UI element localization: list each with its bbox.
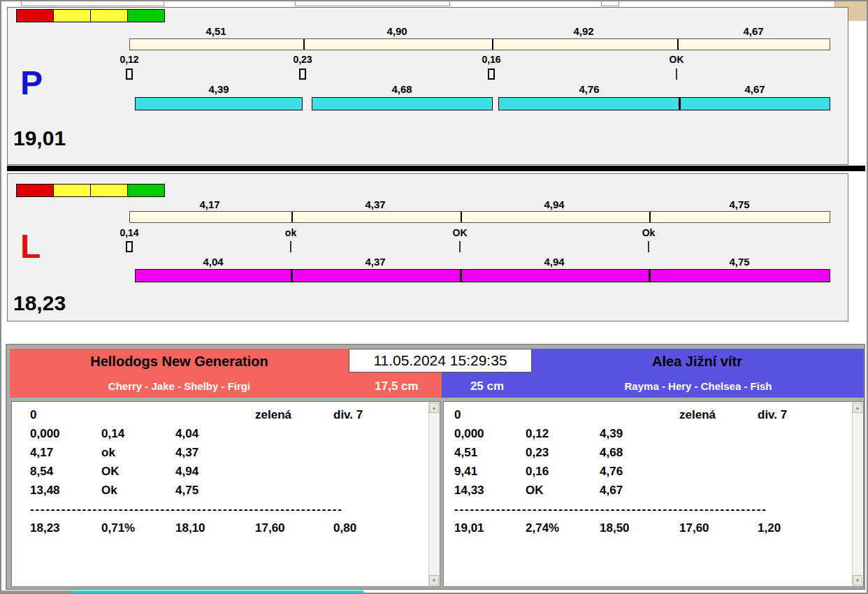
split-time-value: 4,51 [185, 25, 247, 37]
result-row: 14,33 OK 4,67 [454, 481, 851, 500]
result-cell [679, 462, 758, 481]
result-cell: Ok [101, 481, 175, 500]
split-time-value: 4,75 [708, 198, 771, 210]
split-time-value: 4,94 [523, 198, 586, 210]
result-cell: 0,71% [101, 519, 175, 537]
fault-marker-line [648, 241, 649, 252]
traffic-light-red [16, 9, 54, 22]
result-row: 0 zelená div. 7 [30, 405, 427, 424]
split-tick [677, 39, 679, 50]
result-cell: 1,20 [758, 519, 781, 537]
result-cell: 4,76 [600, 462, 679, 481]
team-name: Hellodogs New Generation [10, 349, 349, 375]
split-tick [492, 39, 493, 50]
traffic-light-yellow-1 [53, 184, 91, 197]
dog-bar-divider [291, 269, 293, 282]
result-cell: div. 7 [333, 405, 363, 424]
dog-time-bar-segment [135, 97, 303, 110]
dog-bar-divider [460, 269, 462, 282]
result-cell [255, 424, 333, 443]
result-cell: 4,17 [30, 443, 101, 462]
scroll-down-button[interactable]: ▼ [853, 575, 862, 586]
separator-line: ----------------------------------------… [454, 500, 770, 519]
split-time-value: 4,92 [552, 25, 615, 37]
result-cell: 14,33 [454, 481, 526, 500]
scrollbar[interactable]: ▲ ▼ [852, 403, 862, 586]
background-window-edge [21, 1, 164, 6]
separator-line: ----------------------------------------… [30, 500, 346, 519]
split-time-value: 4,17 [178, 198, 241, 210]
result-cell: 4,75 [175, 481, 255, 500]
traffic-light-red [16, 184, 54, 197]
fault-time-value: 0,14 [105, 227, 154, 238]
dog-time-bar-segment [135, 269, 830, 282]
result-cell [679, 424, 758, 443]
result-cell: OK [526, 481, 600, 500]
dog-time-value: 4,39 [187, 83, 250, 95]
dog-time-value: 4,67 [723, 83, 786, 95]
dog-bar-divider [649, 269, 651, 282]
result-cell [679, 443, 758, 462]
fault-marker-line [676, 68, 677, 80]
split-tick [303, 39, 305, 50]
lane-panel-l: L 18,23 4,17 4,37 4,94 4,75 0,14 ok OK O… [7, 173, 848, 321]
lane-panel-p: P 19,01 4,51 4,90 4,92 4,67 0,12 0,23 0,… [7, 7, 848, 165]
result-cell: 18,23 [30, 519, 101, 537]
lane-bars: 4,51 4,90 4,92 4,67 0,12 0,23 0,16 OK 4,… [129, 8, 830, 164]
scrollbar[interactable]: ▲ ▼ [428, 403, 439, 586]
lane-bars: 4,17 4,37 4,94 4,75 0,14 ok OK Ok 4,04 4… [129, 174, 830, 321]
result-row: 13,48 Ok 4,75 [30, 481, 427, 500]
dog-time-bar-segment [498, 97, 830, 110]
fault-marker-line [290, 241, 291, 252]
fault-marker-line [459, 241, 461, 252]
background-window-edge [601, 1, 619, 6]
scroll-down-button[interactable]: ▼ [429, 575, 439, 586]
scroll-up-button[interactable]: ▲ [853, 403, 862, 413]
team-members: Cherry - Jake - Shelby - Firgi [10, 375, 349, 398]
fault-time-value: 0,23 [278, 54, 327, 65]
result-cell: ok [101, 443, 175, 462]
result-row: 0,000 0,14 4,04 [30, 424, 427, 443]
result-cell: OK [101, 462, 175, 481]
fault-marker-box [126, 68, 133, 80]
fault-marker-box [126, 241, 133, 252]
traffic-light-yellow-1 [53, 9, 91, 22]
timing-window: P 19,01 4,51 4,90 4,92 4,67 0,12 0,23 0,… [0, 0, 868, 594]
result-row: 9,41 0,16 4,76 [454, 462, 851, 481]
result-row: 4,17 ok 4,37 [30, 443, 427, 462]
result-cell: 0 [454, 405, 526, 424]
datetime-box: 11.05.2024 15:29:35 [349, 349, 532, 372]
taskbar-fragment-cyan [71, 591, 363, 594]
dog-time-value: 4,75 [708, 256, 771, 268]
result-cell: 17,60 [679, 519, 758, 537]
lane-letter: L [20, 230, 41, 263]
result-cell: 18,50 [600, 519, 679, 537]
result-cell: 0,12 [526, 424, 600, 443]
jump-height-badge: 17,5 cm [352, 375, 442, 398]
results-text-left: 0 zelená div. 7 0,000 0,14 4,04 4,17 ok [11, 401, 440, 587]
result-cell: 0,000 [454, 424, 526, 443]
fault-time-value: ok [266, 227, 315, 238]
fault-time-value: OK [652, 54, 701, 65]
result-cell [101, 405, 175, 424]
result-cell: 19,01 [454, 519, 526, 537]
split-time-value: 4,67 [722, 25, 785, 37]
lane-letter: P [20, 66, 43, 100]
dog-time-bar-segment [312, 97, 493, 110]
result-cell: 17,60 [255, 519, 333, 537]
taskbar-fragment-gray [1, 591, 71, 594]
traffic-light-yellow-2 [90, 184, 128, 197]
dog-time-value: 4,94 [523, 256, 586, 268]
results-text-right: 0 zelená div. 7 0,000 0,12 4,39 4,51 0,2… [443, 401, 864, 587]
result-cell [679, 481, 758, 500]
dog-time-value: 4,37 [344, 256, 407, 268]
result-cell: 4,94 [175, 462, 255, 481]
split-time-bar [129, 211, 830, 223]
fault-time-value: 0,12 [105, 54, 154, 65]
fault-marker-box [299, 68, 306, 80]
split-time-bar [129, 38, 830, 50]
lane-divider [7, 166, 865, 171]
scroll-up-button[interactable]: ▲ [429, 403, 439, 413]
team-members: Rayma - Hery - Chelsea - Fish [533, 375, 864, 398]
dog-bar-divider [679, 97, 681, 110]
